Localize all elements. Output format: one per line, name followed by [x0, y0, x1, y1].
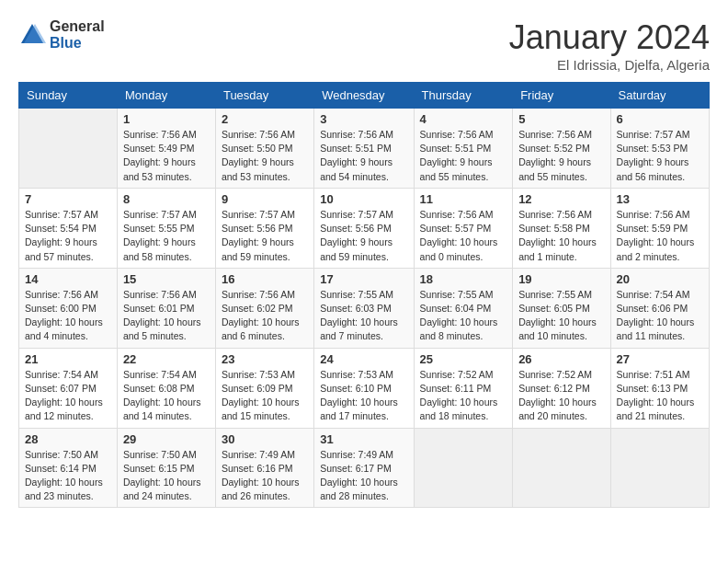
week-row-2: 7Sunrise: 7:57 AM Sunset: 5:54 PM Daylig…	[19, 188, 710, 268]
day-number: 24	[320, 352, 407, 366]
logo-blue-text: Blue	[50, 35, 105, 52]
day-info: Sunrise: 7:52 AM Sunset: 6:11 PM Dayligh…	[420, 368, 507, 424]
day-info: Sunrise: 7:56 AM Sunset: 5:57 PM Dayligh…	[420, 208, 507, 264]
day-info: Sunrise: 7:56 AM Sunset: 6:02 PM Dayligh…	[222, 288, 308, 344]
day-info: Sunrise: 7:50 AM Sunset: 6:14 PM Dayligh…	[25, 448, 111, 504]
day-number: 21	[25, 352, 111, 366]
day-number: 11	[420, 192, 507, 206]
day-info: Sunrise: 7:49 AM Sunset: 6:16 PM Dayligh…	[222, 448, 308, 504]
calendar-subtitle: El Idrissia, Djelfa, Algeria	[509, 57, 710, 73]
day-info: Sunrise: 7:56 AM Sunset: 5:58 PM Dayligh…	[518, 208, 604, 264]
day-number: 25	[420, 352, 507, 366]
day-number: 15	[123, 272, 210, 286]
day-info: Sunrise: 7:56 AM Sunset: 5:51 PM Dayligh…	[420, 128, 507, 184]
day-number: 18	[420, 272, 507, 286]
day-number: 22	[123, 352, 210, 366]
title-block: January 2024 El Idrissia, Djelfa, Algeri…	[509, 18, 710, 73]
calendar-cell: 3Sunrise: 7:56 AM Sunset: 5:51 PM Daylig…	[314, 109, 414, 189]
header-thursday: Thursday	[414, 83, 513, 109]
calendar-cell: 25Sunrise: 7:52 AM Sunset: 6:11 PM Dayli…	[414, 348, 513, 428]
week-row-5: 28Sunrise: 7:50 AM Sunset: 6:14 PM Dayli…	[19, 428, 710, 508]
day-number: 16	[222, 272, 308, 286]
calendar-title: January 2024	[509, 18, 710, 57]
week-row-3: 14Sunrise: 7:56 AM Sunset: 6:00 PM Dayli…	[19, 268, 710, 348]
calendar-cell: 13Sunrise: 7:56 AM Sunset: 5:59 PM Dayli…	[610, 188, 709, 268]
calendar-cell: 19Sunrise: 7:55 AM Sunset: 6:05 PM Dayli…	[513, 268, 610, 348]
day-number: 19	[518, 272, 604, 286]
header-tuesday: Tuesday	[215, 83, 313, 109]
day-number: 13	[617, 192, 703, 206]
day-info: Sunrise: 7:51 AM Sunset: 6:13 PM Dayligh…	[617, 368, 703, 424]
calendar-cell: 1Sunrise: 7:56 AM Sunset: 5:49 PM Daylig…	[117, 109, 215, 189]
day-info: Sunrise: 7:56 AM Sunset: 6:00 PM Dayligh…	[25, 288, 111, 344]
day-info: Sunrise: 7:49 AM Sunset: 6:17 PM Dayligh…	[320, 448, 407, 504]
page-header: General Blue January 2024 El Idrissia, D…	[18, 18, 710, 73]
header-monday: Monday	[117, 83, 215, 109]
header-saturday: Saturday	[610, 83, 709, 109]
calendar-cell: 6Sunrise: 7:57 AM Sunset: 5:53 PM Daylig…	[610, 109, 709, 189]
header-wednesday: Wednesday	[314, 83, 414, 109]
calendar-cell: 11Sunrise: 7:56 AM Sunset: 5:57 PM Dayli…	[414, 188, 513, 268]
day-info: Sunrise: 7:53 AM Sunset: 6:09 PM Dayligh…	[222, 368, 308, 424]
calendar-cell: 22Sunrise: 7:54 AM Sunset: 6:08 PM Dayli…	[117, 348, 215, 428]
day-number: 3	[320, 112, 407, 126]
calendar-cell	[414, 428, 513, 508]
day-number: 27	[617, 352, 703, 366]
calendar-cell: 24Sunrise: 7:53 AM Sunset: 6:10 PM Dayli…	[314, 348, 414, 428]
calendar-cell: 18Sunrise: 7:55 AM Sunset: 6:04 PM Dayli…	[414, 268, 513, 348]
header-sunday: Sunday	[19, 83, 118, 109]
calendar-cell: 20Sunrise: 7:54 AM Sunset: 6:06 PM Dayli…	[610, 268, 709, 348]
calendar-cell: 12Sunrise: 7:56 AM Sunset: 5:58 PM Dayli…	[513, 188, 610, 268]
day-number: 20	[617, 272, 703, 286]
day-info: Sunrise: 7:50 AM Sunset: 6:15 PM Dayligh…	[123, 448, 210, 504]
calendar-cell: 8Sunrise: 7:57 AM Sunset: 5:55 PM Daylig…	[117, 188, 215, 268]
day-number: 7	[25, 192, 111, 206]
calendar-cell: 28Sunrise: 7:50 AM Sunset: 6:14 PM Dayli…	[19, 428, 118, 508]
day-number: 8	[123, 192, 210, 206]
day-info: Sunrise: 7:57 AM Sunset: 5:56 PM Dayligh…	[222, 208, 308, 264]
calendar-table: SundayMondayTuesdayWednesdayThursdayFrid…	[18, 82, 710, 508]
day-number: 6	[617, 112, 703, 126]
day-info: Sunrise: 7:56 AM Sunset: 5:49 PM Dayligh…	[123, 128, 210, 184]
logo-text: General Blue	[50, 18, 105, 51]
calendar-cell	[513, 428, 610, 508]
header-friday: Friday	[513, 83, 610, 109]
day-number: 29	[123, 432, 210, 446]
calendar-cell	[610, 428, 709, 508]
day-number: 12	[518, 192, 604, 206]
calendar-cell: 15Sunrise: 7:56 AM Sunset: 6:01 PM Dayli…	[117, 268, 215, 348]
day-info: Sunrise: 7:55 AM Sunset: 6:05 PM Dayligh…	[518, 288, 604, 344]
calendar-cell: 17Sunrise: 7:55 AM Sunset: 6:03 PM Dayli…	[314, 268, 414, 348]
day-info: Sunrise: 7:57 AM Sunset: 5:54 PM Dayligh…	[25, 208, 111, 264]
day-number: 23	[222, 352, 308, 366]
day-number: 10	[320, 192, 407, 206]
day-number: 30	[222, 432, 308, 446]
calendar-cell: 26Sunrise: 7:52 AM Sunset: 6:12 PM Dayli…	[513, 348, 610, 428]
calendar-cell: 21Sunrise: 7:54 AM Sunset: 6:07 PM Dayli…	[19, 348, 118, 428]
calendar-cell	[19, 109, 118, 189]
day-info: Sunrise: 7:53 AM Sunset: 6:10 PM Dayligh…	[320, 368, 407, 424]
calendar-cell: 7Sunrise: 7:57 AM Sunset: 5:54 PM Daylig…	[19, 188, 118, 268]
day-number: 26	[518, 352, 604, 366]
calendar-cell: 14Sunrise: 7:56 AM Sunset: 6:00 PM Dayli…	[19, 268, 118, 348]
day-info: Sunrise: 7:56 AM Sunset: 5:59 PM Dayligh…	[617, 208, 703, 264]
day-info: Sunrise: 7:57 AM Sunset: 5:56 PM Dayligh…	[320, 208, 407, 264]
calendar-cell: 16Sunrise: 7:56 AM Sunset: 6:02 PM Dayli…	[215, 268, 313, 348]
day-info: Sunrise: 7:56 AM Sunset: 5:52 PM Dayligh…	[518, 128, 604, 184]
calendar-cell: 4Sunrise: 7:56 AM Sunset: 5:51 PM Daylig…	[414, 109, 513, 189]
day-info: Sunrise: 7:54 AM Sunset: 6:08 PM Dayligh…	[123, 368, 210, 424]
logo: General Blue	[18, 18, 105, 51]
day-number: 28	[25, 432, 111, 446]
day-number: 17	[320, 272, 407, 286]
calendar-cell: 23Sunrise: 7:53 AM Sunset: 6:09 PM Dayli…	[215, 348, 313, 428]
week-row-1: 1Sunrise: 7:56 AM Sunset: 5:49 PM Daylig…	[19, 109, 710, 189]
day-info: Sunrise: 7:52 AM Sunset: 6:12 PM Dayligh…	[518, 368, 604, 424]
day-info: Sunrise: 7:56 AM Sunset: 5:50 PM Dayligh…	[222, 128, 308, 184]
day-info: Sunrise: 7:55 AM Sunset: 6:04 PM Dayligh…	[420, 288, 507, 344]
calendar-cell: 10Sunrise: 7:57 AM Sunset: 5:56 PM Dayli…	[314, 188, 414, 268]
header-row: SundayMondayTuesdayWednesdayThursdayFrid…	[19, 83, 710, 109]
week-row-4: 21Sunrise: 7:54 AM Sunset: 6:07 PM Dayli…	[19, 348, 710, 428]
calendar-cell: 30Sunrise: 7:49 AM Sunset: 6:16 PM Dayli…	[215, 428, 313, 508]
day-number: 5	[518, 112, 604, 126]
day-number: 2	[222, 112, 308, 126]
